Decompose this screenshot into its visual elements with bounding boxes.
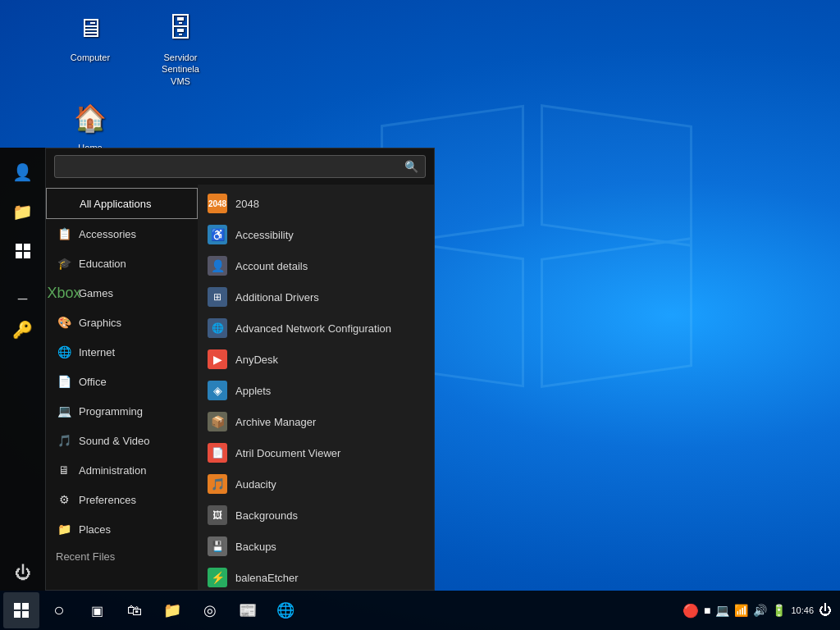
- app-item-audacity[interactable]: 🎵 Audacity: [198, 468, 434, 500]
- accessories-label: Accessories: [79, 228, 136, 240]
- start-button[interactable]: [3, 592, 39, 628]
- app-icon-additional-drivers: ⊞: [208, 287, 227, 307]
- taskbar-icon-red-arrow[interactable]: 🔴: [682, 603, 699, 619]
- sound-video-label: Sound & Video: [79, 435, 150, 447]
- games-icon: Xbox: [56, 285, 72, 301]
- category-games[interactable]: Xbox Games: [46, 278, 198, 308]
- app-label-accessibility: Accessibility: [235, 229, 294, 241]
- app-icon-advanced-network: 🌐: [208, 318, 227, 338]
- app-item-balenaetcher[interactable]: ⚡ balenaEtcher: [198, 562, 434, 590]
- app-icon-account-details: 👤: [208, 256, 227, 276]
- app-item-atril[interactable]: 📄 Atril Document Viewer: [198, 437, 434, 468]
- app-icon-applets: ◈: [208, 381, 227, 400]
- app-item-backups[interactable]: 💾 Backups: [198, 531, 434, 562]
- taskbar-icon-power[interactable]: ⏻: [819, 603, 832, 618]
- app-icon-backups: 💾: [208, 536, 227, 556]
- home-icon: 🏠: [71, 98, 110, 138]
- taskbar-icon-network[interactable]: 📶: [734, 604, 748, 617]
- category-accessories[interactable]: 📋 Accessories: [46, 219, 198, 249]
- app-icon-accessibility: ♿: [208, 225, 227, 244]
- app-item-advanced-network[interactable]: 🌐 Advanced Network Configuration: [198, 313, 434, 344]
- sidebar-icon-unknown[interactable]: 🔑: [5, 312, 41, 348]
- education-icon: 🎓: [56, 255, 72, 272]
- browser-button[interactable]: 🌐: [267, 592, 304, 628]
- app-item-accessibility[interactable]: ♿ Accessibility: [198, 219, 434, 250]
- desktop-icon-home-row: 🏠 Home: [57, 98, 123, 153]
- app-label-archive-manager: Archive Manager: [235, 416, 316, 428]
- category-sound-video[interactable]: 🎵 Sound & Video: [46, 426, 198, 455]
- store-button[interactable]: 🛍: [116, 592, 153, 628]
- taskbar: ○ ▣ 🛍 📁 ◎ 📰 🌐 🔴 ■ 💻 📶 🔊 🔋 10:46 ⏻: [0, 591, 840, 630]
- administration-icon: 🖥: [56, 462, 72, 478]
- recent-files-item[interactable]: Recent Files: [46, 544, 198, 569]
- preferences-label: Preferences: [79, 494, 136, 506]
- app-item-backgrounds[interactable]: 🖼 Backgrounds: [198, 500, 434, 531]
- education-label: Education: [79, 258, 126, 270]
- chrome-button[interactable]: ◎: [192, 592, 228, 628]
- taskbar-icon-battery-small: ■: [704, 604, 710, 617]
- app-label-backups: Backups: [235, 541, 276, 553]
- app-label-account-details: Account details: [235, 260, 308, 272]
- category-office[interactable]: 📄 Office: [46, 367, 198, 396]
- app-icon-backgrounds: 🖼: [208, 505, 227, 525]
- desktop-icon-servidor[interactable]: 🗄 Servidor SentinelaVMS: [148, 8, 213, 87]
- taskbar-icon-volume[interactable]: 🔊: [753, 604, 767, 617]
- category-programming[interactable]: 💻 Programming: [46, 396, 198, 426]
- sidebar-icon-terminal[interactable]: _: [5, 272, 41, 308]
- app-item-applets[interactable]: ◈ Applets: [198, 375, 434, 406]
- category-graphics[interactable]: 🎨 Graphics: [46, 308, 198, 337]
- menu-body: All Applications 📋 Accessories 🎓 Educati…: [46, 185, 434, 590]
- taskbar-right: 🔴 ■ 💻 📶 🔊 🔋 10:46 ⏻: [682, 603, 840, 619]
- computer-icon: 🖥: [71, 8, 110, 48]
- taskbar-icon-pc: 💻: [715, 604, 729, 617]
- search-input[interactable]: [62, 161, 404, 173]
- app-item-anydesk[interactable]: ▶ AnyDesk: [198, 344, 434, 375]
- category-administration[interactable]: 🖥 Administration: [46, 455, 198, 485]
- taskbar-icon-battery[interactable]: 🔋: [772, 604, 786, 617]
- desktop: 🖥 Computer 🗄 Servidor SentinelaVMS 🏠 Hom…: [0, 0, 840, 630]
- taskbar-left: ○ ▣ 🛍 📁 ◎ 📰 🌐: [0, 592, 304, 628]
- search-button[interactable]: ○: [41, 592, 77, 628]
- app-item-archive-manager[interactable]: 📦 Archive Manager: [198, 406, 434, 437]
- category-internet[interactable]: 🌐 Internet: [46, 337, 198, 367]
- app-label-2048: 2048: [235, 198, 259, 210]
- app-label-advanced-network: Advanced Network Configuration: [235, 322, 391, 335]
- sidebar-icon-folder[interactable]: 📁: [5, 194, 41, 230]
- categories-panel: All Applications 📋 Accessories 🎓 Educati…: [46, 185, 198, 590]
- app-item-account-details[interactable]: 👤 Account details: [198, 250, 434, 281]
- app-icon-balenaetcher: ⚡: [208, 568, 227, 587]
- app-icon-anydesk: ▶: [208, 349, 227, 369]
- accessories-icon: 📋: [56, 226, 72, 242]
- desktop-icon-home[interactable]: 🏠 Home: [57, 98, 123, 153]
- office-label: Office: [79, 376, 107, 388]
- app-item-additional-drivers[interactable]: ⊞ Additional Drivers: [198, 281, 434, 313]
- task-view-button[interactable]: ▣: [79, 592, 115, 628]
- all-apps-label: All Applications: [80, 198, 151, 210]
- app-icon-atril: 📄: [208, 443, 227, 463]
- app-list: 2048 2048 ♿ Accessibility 👤 Account deta…: [198, 185, 434, 590]
- time-display: 10:46: [791, 605, 814, 616]
- category-places[interactable]: 📁 Places: [46, 514, 198, 544]
- graphics-label: Graphics: [79, 317, 121, 329]
- desktop-icon-row: 🖥 Computer 🗄 Servidor SentinelaVMS: [57, 8, 213, 87]
- start-menu: 🔍 All Applications 📋 Accessories 🎓 Educa…: [45, 148, 435, 591]
- app-icon-audacity: 🎵: [208, 474, 227, 494]
- category-all-applications[interactable]: All Applications: [46, 188, 198, 219]
- start-sidebar: 👤 📁 _ 🔑 ⏻: [0, 148, 45, 591]
- search-icon[interactable]: 🔍: [404, 160, 418, 173]
- desktop-icon-computer[interactable]: 🖥 Computer: [57, 8, 123, 87]
- files-button[interactable]: 📁: [154, 592, 190, 628]
- sidebar-icon-power[interactable]: ⏻: [5, 555, 41, 591]
- mail-button[interactable]: 📰: [230, 592, 266, 628]
- app-item-2048[interactable]: 2048 2048: [198, 188, 434, 219]
- app-label-audacity: Audacity: [235, 478, 276, 491]
- app-label-applets: Applets: [235, 385, 271, 397]
- category-education[interactable]: 🎓 Education: [46, 249, 198, 278]
- places-label: Places: [79, 523, 111, 536]
- taskbar-time[interactable]: 10:46: [791, 605, 814, 616]
- sidebar-icon-windows[interactable]: [5, 233, 41, 269]
- app-label-additional-drivers: Additional Drivers: [235, 291, 319, 304]
- sidebar-icon-user[interactable]: 👤: [5, 154, 41, 190]
- category-preferences[interactable]: ⚙ Preferences: [46, 485, 198, 514]
- recent-files-label: Recent Files: [56, 550, 115, 563]
